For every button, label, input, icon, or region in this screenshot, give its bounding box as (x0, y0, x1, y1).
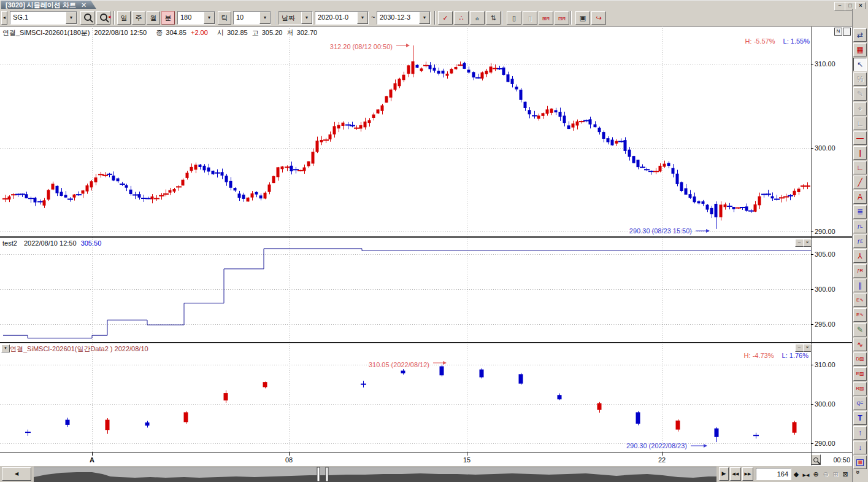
tick-count-combo[interactable]: 10 ▼ (233, 11, 271, 25)
panel-minimize-button[interactable]: – (795, 344, 804, 352)
panel-splitter[interactable] (0, 342, 852, 343)
symbol-combo[interactable]: SG.1 ▼ (10, 11, 77, 25)
page-back-button[interactable]: ◀◀ (730, 467, 741, 481)
page-back-button-icon: ◀◀ (732, 472, 739, 476)
tab-close-icon[interactable]: ✕ (81, 1, 86, 9)
price-axis-label: 310.00 (815, 60, 849, 68)
open-icon[interactable]: ↪ (591, 11, 606, 25)
window-tab[interactable]: [3020] 시뮬레이션 차트 ✕ (1, 1, 96, 9)
refresh-icon[interactable]: ⇄ (853, 28, 867, 42)
open-label: 시 (217, 29, 224, 36)
eraser-tool-icon[interactable]: ⌖ (853, 102, 867, 115)
search-button[interactable] (80, 11, 94, 25)
compress-width-icon[interactable]: ▶◀ (801, 468, 811, 480)
arrow-down-icon[interactable]: ↓ (853, 441, 867, 454)
panel-close-button[interactable]: × (803, 239, 812, 247)
func-lines-icon[interactable]: ƒL (853, 220, 867, 233)
chevron-down-icon[interactable]: ▼ (357, 12, 368, 24)
svg-text:290.30 (08/23 15:50): 290.30 (08/23 15:50) (629, 227, 692, 235)
price-axis[interactable]: 310.00300.00290.00305.00300.00295.00310.… (811, 26, 852, 453)
chevron-down-icon[interactable]: ▼ (204, 12, 215, 24)
fib-levels-icon[interactable]: ≣ (853, 205, 867, 219)
step-forward-button[interactable]: ▶ (719, 467, 729, 481)
new-window-badge[interactable]: N (834, 28, 842, 36)
chart-grid-icon[interactable]: ▦ (853, 43, 867, 56)
chart-style-icon[interactable]: ✓ (438, 11, 453, 25)
pattern-d-icon[interactable]: D▨ (853, 352, 867, 366)
period-week-button[interactable]: 주 (132, 11, 145, 25)
func-r-icon[interactable]: ƒR (853, 264, 867, 278)
date-from-combo[interactable]: 2020-01-0 ▼ (315, 11, 369, 25)
region-tool-icon[interactable]: ∟ (853, 117, 867, 130)
sidebar-more-button[interactable]: » (855, 470, 862, 474)
scroll-left-button[interactable]: ◀ (2, 467, 31, 481)
bar-count-input[interactable]: 164 (756, 468, 791, 480)
order-list-icon[interactable]: Q≡ (853, 397, 867, 410)
panel-minimize-button[interactable]: – (795, 239, 804, 247)
angle-line-icon[interactable]: ∟ (853, 161, 867, 174)
chevron-down-icon[interactable]: ▼ (301, 12, 312, 24)
sort-updown-icon[interactable]: ⇅ (486, 11, 501, 25)
parallel-lines-icon[interactable]: ∥ (853, 279, 867, 292)
pencil-icon[interactable]: ✎ (853, 323, 867, 336)
cascade-chart-icon[interactable]: ⊡R (555, 11, 569, 25)
func-wave-icon[interactable]: ƒ£ (853, 235, 867, 248)
close-mini-icon: ⊠ (842, 470, 848, 478)
pattern-branch-icon[interactable]: ⅄ (853, 249, 867, 263)
stop-icon[interactable]: ■ (853, 456, 867, 469)
chart-minimap[interactable] (34, 467, 716, 482)
toolbar-collapse-button[interactable]: ◂ (1, 11, 7, 25)
chevron-down-icon[interactable]: ▼ (419, 12, 430, 24)
vertical-line-icon[interactable]: ∣ (853, 146, 867, 160)
period-day-button[interactable]: 일 (117, 11, 131, 25)
minutes-combo[interactable]: 180 ▼ (177, 11, 215, 25)
text-t-icon[interactable]: T (853, 411, 867, 425)
period-month-button[interactable]: 월 (147, 11, 160, 25)
daily-chart-title: 연결_SiMSCI-202601(일간Data2 ) 2022/08/10 (10, 345, 148, 352)
series-dropdown-button[interactable]: ▼ (1, 344, 10, 352)
tick-button[interactable]: 틱 (218, 11, 231, 25)
data-dots-icon[interactable]: ∴ (454, 11, 469, 25)
func-r-icon: ƒR (857, 268, 863, 273)
zoom-in-icon[interactable]: ⊕ (811, 468, 821, 480)
panel-splitter[interactable] (0, 236, 852, 238)
percent-tool-icon[interactable]: % (853, 72, 867, 86)
price-axis-label: 300.00 (815, 286, 849, 293)
indicator-chart-plot[interactable] (0, 238, 811, 342)
minimize-button[interactable]: – (834, 2, 845, 10)
zoom-out-icon[interactable]: ⊖ (821, 468, 831, 480)
search-recent-button[interactable] (96, 11, 110, 25)
axis-zoom-button[interactable] (810, 454, 821, 465)
elliott-wave-alt-icon[interactable]: E∿ (853, 308, 867, 322)
expand-width-icon[interactable]: ◆ (791, 468, 801, 480)
chevron-down-icon[interactable]: ▼ (66, 12, 77, 24)
elliott-wave-icon[interactable]: E∿ (853, 293, 867, 307)
period-minute-button[interactable]: 분 (161, 11, 175, 25)
box-badge[interactable] (843, 28, 851, 36)
new-chart-icon[interactable]: ▯ (507, 11, 521, 25)
time-axis[interactable]: A081522 (0, 453, 811, 465)
save-icon: ▣ (580, 14, 586, 21)
pattern-r-icon[interactable]: R▨ (853, 382, 867, 395)
draw-tool-icon[interactable]: ✎ (853, 87, 867, 101)
trend-line-icon[interactable]: ╱ (853, 176, 867, 189)
chevron-down-icon[interactable]: ▼ (259, 12, 271, 24)
save-icon[interactable]: ▣ (575, 11, 590, 25)
arrow-up-icon[interactable]: ↑ (853, 426, 867, 440)
pattern-e-icon[interactable]: E▨ (853, 367, 867, 381)
bar-chart-icon[interactable]: ılı (470, 11, 485, 25)
zigzag-icon[interactable]: ∿ (853, 338, 867, 351)
main-chart-plot[interactable]: 312.20 (08/12 00:50)290.30 (08/23 15:50) (0, 26, 811, 236)
close-mini-icon[interactable]: ⊠ (840, 468, 850, 480)
fit-width-icon[interactable]: ⊞ (831, 468, 840, 480)
date-to-combo[interactable]: 2030-12-3 ▼ (377, 11, 431, 25)
text-note-icon[interactable]: A (853, 190, 867, 204)
date-mode-label: 날짜 (279, 12, 301, 24)
page-forward-button[interactable]: ▶▶ (742, 467, 753, 481)
horizontal-line-icon[interactable]: ― (853, 131, 867, 145)
copy-chart-icon[interactable]: ▯ (523, 11, 537, 25)
date-mode-combo[interactable]: 날짜 ▼ (278, 11, 313, 25)
pointer-icon[interactable]: ↖ (853, 58, 867, 71)
panel-close-button[interactable]: × (803, 344, 812, 352)
restore-chart-icon[interactable]: ⊞R (539, 11, 553, 25)
